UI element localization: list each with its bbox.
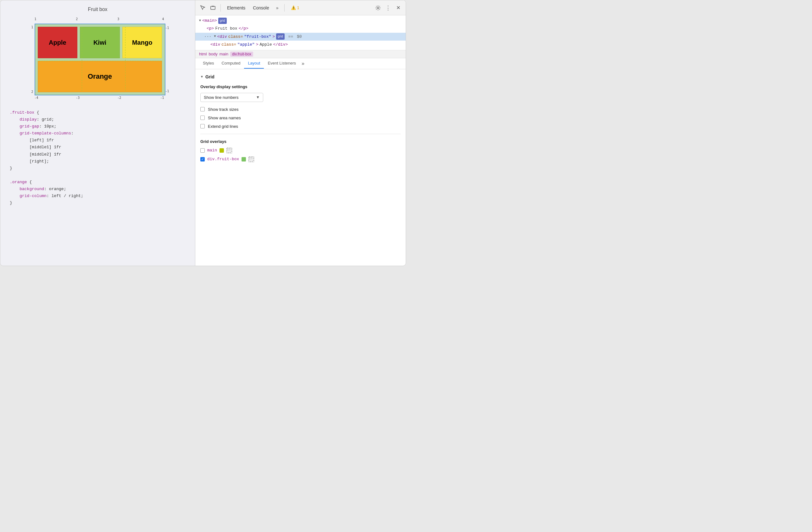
show-track-sizes-row: Show track sizes <box>200 107 401 112</box>
attr-value-fruit-box: "fruit-box" <box>244 33 271 40</box>
tab-computed[interactable]: Computed <box>218 58 244 69</box>
more-tabs-button[interactable]: » <box>274 5 280 11</box>
svg-rect-3 <box>227 149 231 152</box>
tree-line-main[interactable]: ▼ <main> grid <box>195 17 406 25</box>
attr-class: class= <box>228 33 243 40</box>
tag-p: <p> <box>207 25 214 32</box>
tag-main: <main> <box>202 17 217 24</box>
code-line: } <box>10 199 186 207</box>
tab-event-listeners[interactable]: Event Listeners <box>264 58 300 69</box>
overlay-main-row: main <box>200 148 401 153</box>
cell-apple: Apple <box>38 27 78 58</box>
code-section: .fruit-box { display: grid; grid-gap: 10… <box>6 109 189 207</box>
grid-num-bot-neg2: -2 <box>117 96 121 99</box>
apple-text: Apple <box>259 41 272 48</box>
grid-badge-main: grid <box>218 18 227 24</box>
attr-value-apple: "apple" <box>237 41 255 48</box>
code-line: .fruit-box { <box>10 109 186 116</box>
grid-visualization: 1 2 3 4 1 2 -1 -1 Apple Kiwi Mango Orang… <box>30 17 165 102</box>
dollar-zero: $0 <box>297 33 302 40</box>
tab-layout[interactable]: Layout <box>244 58 264 69</box>
expand-arrow-2[interactable]: ▼ <box>214 34 216 39</box>
tag-p-close: </p> <box>239 25 248 32</box>
more-options-icon[interactable]: ⋮ <box>384 4 392 12</box>
tab-elements[interactable]: Elements <box>224 4 248 12</box>
main-grid-icon[interactable] <box>227 148 232 153</box>
extend-grid-lines-row: Extend grid lines <box>200 124 401 129</box>
show-area-names-label: Show area names <box>208 115 241 120</box>
triangle-icon: ▼ <box>200 75 203 79</box>
code-line: .orange { <box>10 179 186 186</box>
equals-sign: == <box>286 33 295 40</box>
toolbar-divider-2 <box>284 4 285 12</box>
tree-line-p[interactable]: <p>Fruit box</p> <box>195 25 406 32</box>
tab-console[interactable]: Console <box>250 4 271 12</box>
warning-badge[interactable]: ⚠️ 1 <box>291 5 300 10</box>
grid-section-header[interactable]: ▼ Grid <box>200 74 401 79</box>
tab-styles[interactable]: Styles <box>199 58 218 69</box>
overlay-divfruitbox-label: div.fruit-box <box>207 157 239 162</box>
svg-point-2 <box>377 7 379 9</box>
grid-num-bot-neg3: -3 <box>76 96 79 99</box>
grid-num-top-4: 4 <box>162 17 164 21</box>
cell-mango: Mango <box>122 27 162 58</box>
panel-tabs: Styles Computed Layout Event Listeners » <box>195 58 406 69</box>
code-line: [right]; <box>10 158 186 165</box>
grid-section-title: Grid <box>205 74 215 79</box>
grid-num-right-neg1-bot: -1 <box>165 89 169 93</box>
code-line: } <box>10 165 186 172</box>
settings-icon[interactable] <box>374 4 382 12</box>
main-color-swatch[interactable] <box>219 148 224 153</box>
attr-class-apple: class= <box>221 41 236 48</box>
section-divider <box>200 134 401 134</box>
grid-num-top-3: 3 <box>117 17 119 21</box>
code-line: grid-column: left / right; <box>10 193 186 199</box>
expand-arrow[interactable]: ▼ <box>199 18 201 24</box>
inspect-icon[interactable] <box>199 4 207 12</box>
device-icon[interactable] <box>209 4 217 12</box>
grid-overlays-title: Grid overlays <box>200 139 401 144</box>
breadcrumb: html body main div.fruit-box <box>195 51 406 58</box>
more-panel-tabs[interactable]: » <box>300 58 306 69</box>
show-track-sizes-checkbox[interactable] <box>200 107 205 111</box>
panel-title: Fruit box <box>88 6 107 12</box>
extend-grid-lines-label: Extend grid lines <box>208 124 238 129</box>
close-icon[interactable]: ✕ <box>394 4 402 12</box>
show-area-names-checkbox[interactable] <box>200 115 205 120</box>
grid-num-left-1: 1 <box>31 26 33 29</box>
toolbar-divider <box>220 4 221 12</box>
grid-num-bot-neg4: -4 <box>34 96 38 99</box>
overlay-main-checkbox[interactable] <box>200 148 205 153</box>
show-track-sizes-label: Show track sizes <box>208 107 239 112</box>
breadcrumb-body[interactable]: body <box>209 52 218 56</box>
cell-kiwi: Kiwi <box>80 27 120 58</box>
tree-line-div-fruit-box[interactable]: ··· ▼ <div class="fruit-box"> grid == $0 <box>195 33 406 41</box>
layout-content: ▼ Grid Overlay display settings Show lin… <box>195 69 406 266</box>
breadcrumb-main[interactable]: main <box>219 52 228 56</box>
cell-orange: Orange <box>38 61 162 92</box>
devtools-panel: Elements Console » ⚠️ 1 ⋮ ✕ ▼ <main> gri… <box>195 0 406 266</box>
line-numbers-dropdown[interactable]: Show line numbers ▼ <box>200 93 263 102</box>
overlay-main-label: main <box>207 148 217 153</box>
fruitbox-color-swatch[interactable] <box>242 157 246 162</box>
code-line: [middle1] 1fr <box>10 144 186 151</box>
overlay-divfruitbox-row: ✓ div.fruit-box <box>200 156 401 162</box>
fruitbox-grid-icon[interactable] <box>248 156 254 162</box>
show-area-names-row: Show area names <box>200 115 401 120</box>
tag-div-apple-bracket: > <box>256 41 259 48</box>
breadcrumb-html[interactable]: html <box>199 52 207 56</box>
code-line: grid-template-columns: <box>10 130 186 137</box>
code-line: background: orange; <box>10 186 186 193</box>
code-line: [left] 1fr <box>10 137 186 144</box>
tag-div-apple-open: <div <box>211 41 220 48</box>
p-text: Fruit box <box>215 25 237 32</box>
extend-grid-lines-checkbox[interactable] <box>200 124 205 128</box>
grid-num-top-1: 1 <box>34 17 37 21</box>
overlay-divfruitbox-checkbox[interactable]: ✓ <box>200 157 205 162</box>
ellipsis-button[interactable]: ··· <box>203 33 213 40</box>
left-panel: Fruit box 1 2 3 4 1 2 -1 -1 Apple Kiwi <box>0 0 195 266</box>
code-line: display: grid; <box>10 116 186 123</box>
tree-line-div-apple[interactable]: <div class="apple">Apple</div> <box>195 41 406 48</box>
breadcrumb-active-div[interactable]: div.fruit-box <box>230 52 253 57</box>
devtools-toolbar: Elements Console » ⚠️ 1 ⋮ ✕ <box>195 0 406 15</box>
